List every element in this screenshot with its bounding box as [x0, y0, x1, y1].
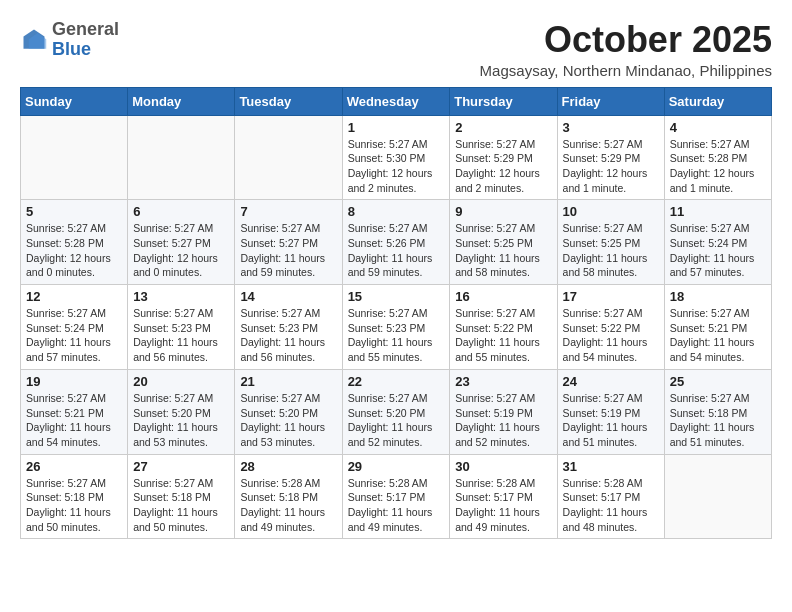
day-info: Sunrise: 5:27 AMSunset: 5:24 PMDaylight:… [670, 221, 766, 280]
col-wednesday: Wednesday [342, 87, 450, 115]
day-info: Sunrise: 5:28 AMSunset: 5:17 PMDaylight:… [348, 476, 445, 535]
logo: General Blue [20, 20, 119, 60]
day-info: Sunrise: 5:27 AMSunset: 5:23 PMDaylight:… [240, 306, 336, 365]
table-row: 4Sunrise: 5:27 AMSunset: 5:28 PMDaylight… [664, 115, 771, 200]
table-row: 5Sunrise: 5:27 AMSunset: 5:28 PMDaylight… [21, 200, 128, 285]
day-info: Sunrise: 5:27 AMSunset: 5:26 PMDaylight:… [348, 221, 445, 280]
day-info: Sunrise: 5:27 AMSunset: 5:23 PMDaylight:… [133, 306, 229, 365]
table-row: 2Sunrise: 5:27 AMSunset: 5:29 PMDaylight… [450, 115, 557, 200]
day-number: 31 [563, 459, 659, 474]
day-number: 26 [26, 459, 122, 474]
day-info: Sunrise: 5:27 AMSunset: 5:20 PMDaylight:… [240, 391, 336, 450]
day-info: Sunrise: 5:27 AMSunset: 5:22 PMDaylight:… [563, 306, 659, 365]
day-number: 2 [455, 120, 551, 135]
table-row: 30Sunrise: 5:28 AMSunset: 5:17 PMDayligh… [450, 454, 557, 539]
table-row: 12Sunrise: 5:27 AMSunset: 5:24 PMDayligh… [21, 285, 128, 370]
logo-text: General Blue [52, 20, 119, 60]
month-title: October 2025 [480, 20, 772, 60]
table-row: 27Sunrise: 5:27 AMSunset: 5:18 PMDayligh… [128, 454, 235, 539]
day-number: 15 [348, 289, 445, 304]
day-info: Sunrise: 5:28 AMSunset: 5:17 PMDaylight:… [455, 476, 551, 535]
col-thursday: Thursday [450, 87, 557, 115]
table-row: 26Sunrise: 5:27 AMSunset: 5:18 PMDayligh… [21, 454, 128, 539]
day-number: 6 [133, 204, 229, 219]
day-info: Sunrise: 5:27 AMSunset: 5:18 PMDaylight:… [133, 476, 229, 535]
day-number: 30 [455, 459, 551, 474]
logo-icon [20, 26, 48, 54]
subtitle: Magsaysay, Northern Mindanao, Philippine… [480, 62, 772, 79]
day-number: 19 [26, 374, 122, 389]
day-info: Sunrise: 5:27 AMSunset: 5:18 PMDaylight:… [670, 391, 766, 450]
table-row: 6Sunrise: 5:27 AMSunset: 5:27 PMDaylight… [128, 200, 235, 285]
table-row [128, 115, 235, 200]
table-row: 21Sunrise: 5:27 AMSunset: 5:20 PMDayligh… [235, 369, 342, 454]
day-number: 12 [26, 289, 122, 304]
day-number: 20 [133, 374, 229, 389]
table-row: 9Sunrise: 5:27 AMSunset: 5:25 PMDaylight… [450, 200, 557, 285]
day-number: 1 [348, 120, 445, 135]
day-info: Sunrise: 5:27 AMSunset: 5:25 PMDaylight:… [563, 221, 659, 280]
table-row: 23Sunrise: 5:27 AMSunset: 5:19 PMDayligh… [450, 369, 557, 454]
table-row: 16Sunrise: 5:27 AMSunset: 5:22 PMDayligh… [450, 285, 557, 370]
day-number: 27 [133, 459, 229, 474]
day-info: Sunrise: 5:27 AMSunset: 5:21 PMDaylight:… [26, 391, 122, 450]
table-row: 3Sunrise: 5:27 AMSunset: 5:29 PMDaylight… [557, 115, 664, 200]
day-number: 8 [348, 204, 445, 219]
day-number: 9 [455, 204, 551, 219]
table-row: 19Sunrise: 5:27 AMSunset: 5:21 PMDayligh… [21, 369, 128, 454]
table-row [664, 454, 771, 539]
day-info: Sunrise: 5:27 AMSunset: 5:20 PMDaylight:… [348, 391, 445, 450]
table-row: 1Sunrise: 5:27 AMSunset: 5:30 PMDaylight… [342, 115, 450, 200]
day-info: Sunrise: 5:27 AMSunset: 5:27 PMDaylight:… [133, 221, 229, 280]
table-row: 18Sunrise: 5:27 AMSunset: 5:21 PMDayligh… [664, 285, 771, 370]
col-sunday: Sunday [21, 87, 128, 115]
day-number: 28 [240, 459, 336, 474]
day-number: 14 [240, 289, 336, 304]
col-tuesday: Tuesday [235, 87, 342, 115]
table-row: 20Sunrise: 5:27 AMSunset: 5:20 PMDayligh… [128, 369, 235, 454]
day-number: 13 [133, 289, 229, 304]
table-row [235, 115, 342, 200]
table-row: 17Sunrise: 5:27 AMSunset: 5:22 PMDayligh… [557, 285, 664, 370]
day-info: Sunrise: 5:27 AMSunset: 5:30 PMDaylight:… [348, 137, 445, 196]
day-number: 5 [26, 204, 122, 219]
day-number: 18 [670, 289, 766, 304]
col-saturday: Saturday [664, 87, 771, 115]
logo-blue-text: Blue [52, 39, 91, 59]
calendar-week-2: 5Sunrise: 5:27 AMSunset: 5:28 PMDaylight… [21, 200, 772, 285]
day-info: Sunrise: 5:27 AMSunset: 5:19 PMDaylight:… [563, 391, 659, 450]
calendar-table: Sunday Monday Tuesday Wednesday Thursday… [20, 87, 772, 540]
logo-general-text: General [52, 19, 119, 39]
day-info: Sunrise: 5:27 AMSunset: 5:24 PMDaylight:… [26, 306, 122, 365]
table-row: 10Sunrise: 5:27 AMSunset: 5:25 PMDayligh… [557, 200, 664, 285]
day-number: 29 [348, 459, 445, 474]
day-info: Sunrise: 5:27 AMSunset: 5:27 PMDaylight:… [240, 221, 336, 280]
day-info: Sunrise: 5:28 AMSunset: 5:17 PMDaylight:… [563, 476, 659, 535]
day-number: 16 [455, 289, 551, 304]
table-row: 7Sunrise: 5:27 AMSunset: 5:27 PMDaylight… [235, 200, 342, 285]
table-row: 22Sunrise: 5:27 AMSunset: 5:20 PMDayligh… [342, 369, 450, 454]
page: General Blue October 2025 Magsaysay, Nor… [0, 0, 792, 549]
calendar-header-row: Sunday Monday Tuesday Wednesday Thursday… [21, 87, 772, 115]
col-friday: Friday [557, 87, 664, 115]
table-row: 11Sunrise: 5:27 AMSunset: 5:24 PMDayligh… [664, 200, 771, 285]
day-number: 23 [455, 374, 551, 389]
table-row: 8Sunrise: 5:27 AMSunset: 5:26 PMDaylight… [342, 200, 450, 285]
table-row [21, 115, 128, 200]
day-number: 4 [670, 120, 766, 135]
day-info: Sunrise: 5:27 AMSunset: 5:28 PMDaylight:… [670, 137, 766, 196]
day-number: 22 [348, 374, 445, 389]
day-number: 21 [240, 374, 336, 389]
table-row: 24Sunrise: 5:27 AMSunset: 5:19 PMDayligh… [557, 369, 664, 454]
calendar-week-4: 19Sunrise: 5:27 AMSunset: 5:21 PMDayligh… [21, 369, 772, 454]
day-info: Sunrise: 5:27 AMSunset: 5:18 PMDaylight:… [26, 476, 122, 535]
day-info: Sunrise: 5:27 AMSunset: 5:19 PMDaylight:… [455, 391, 551, 450]
day-info: Sunrise: 5:27 AMSunset: 5:29 PMDaylight:… [455, 137, 551, 196]
table-row: 14Sunrise: 5:27 AMSunset: 5:23 PMDayligh… [235, 285, 342, 370]
table-row: 28Sunrise: 5:28 AMSunset: 5:18 PMDayligh… [235, 454, 342, 539]
day-info: Sunrise: 5:27 AMSunset: 5:21 PMDaylight:… [670, 306, 766, 365]
table-row: 25Sunrise: 5:27 AMSunset: 5:18 PMDayligh… [664, 369, 771, 454]
calendar-week-1: 1Sunrise: 5:27 AMSunset: 5:30 PMDaylight… [21, 115, 772, 200]
day-info: Sunrise: 5:27 AMSunset: 5:25 PMDaylight:… [455, 221, 551, 280]
header: General Blue October 2025 Magsaysay, Nor… [20, 20, 772, 79]
